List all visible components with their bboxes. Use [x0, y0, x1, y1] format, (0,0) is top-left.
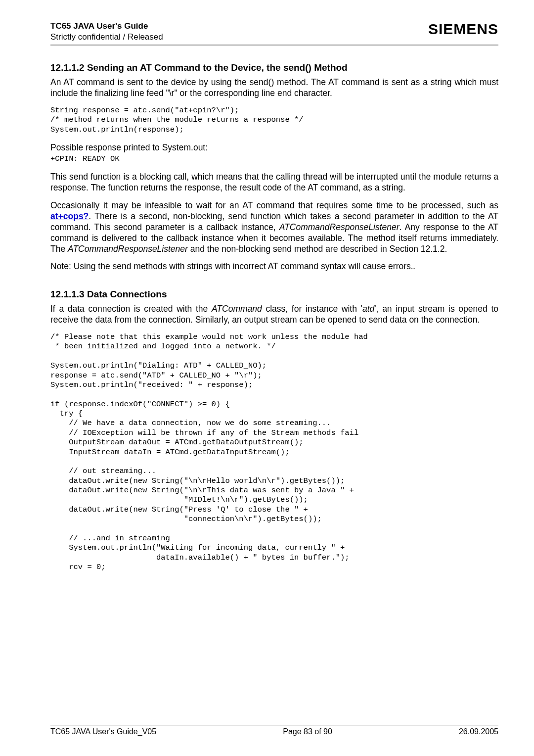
text-frag: class, for instance with ' [262, 304, 362, 314]
code-data-connection: /* Please note that this example would n… [50, 332, 498, 572]
cmd-name: atd [362, 304, 374, 314]
brand-logo: SIEMENS [428, 21, 498, 38]
code-cpin-output: +CPIN: READY OK [50, 154, 498, 164]
para-blocking-call: This send function is a blocking call, w… [50, 172, 498, 193]
doc-subtitle: Strictly confidential / Released [50, 32, 163, 43]
doc-title: TC65 JAVA User's Guide [50, 21, 163, 32]
text-frag: If a data connection is created with the [50, 304, 212, 314]
page-header: TC65 JAVA User's Guide Strictly confiden… [50, 21, 498, 46]
footer-right: 26.09.2005 [459, 727, 498, 736]
footer-center: Page 83 of 90 [283, 727, 332, 736]
para-possible-response: Possible response printed to System.out: [50, 142, 498, 153]
footer-left: TC65 JAVA User's Guide_V05 [50, 727, 156, 736]
section-heading-send: 12.1.1.2 Sending an AT Command to the De… [50, 62, 498, 73]
text-frag: Occasionally it may be infeasible to wai… [50, 200, 498, 210]
text-frag: Note: Using the send methods with string… [50, 261, 413, 271]
at-cops-link[interactable]: at+cops? [50, 211, 89, 221]
para-data-conn: If a data connection is created with the… [50, 304, 498, 326]
para-nonblocking: Occasionally it may be infeasible to wai… [50, 200, 498, 254]
para-note-errors: Note: Using the send methods with string… [50, 261, 498, 272]
header-left: TC65 JAVA User's Guide Strictly confiden… [50, 21, 163, 43]
para-send-intro: An AT command is sent to the device by u… [50, 77, 498, 99]
class-name: ATCommandResponseListener [68, 244, 188, 254]
code-send-example: String response = atc.send("at+cpin?\r")… [50, 106, 498, 135]
class-name: ATCommand [212, 304, 262, 314]
class-name: ATCommandResponseListener [279, 222, 400, 232]
section-heading-data-conn: 12.1.1.3 Data Connections [50, 289, 498, 300]
period: . [413, 261, 416, 271]
text-frag: and the non-blocking send method are des… [188, 244, 447, 254]
page-footer: TC65 JAVA User's Guide_V05 Page 83 of 90… [50, 725, 498, 736]
